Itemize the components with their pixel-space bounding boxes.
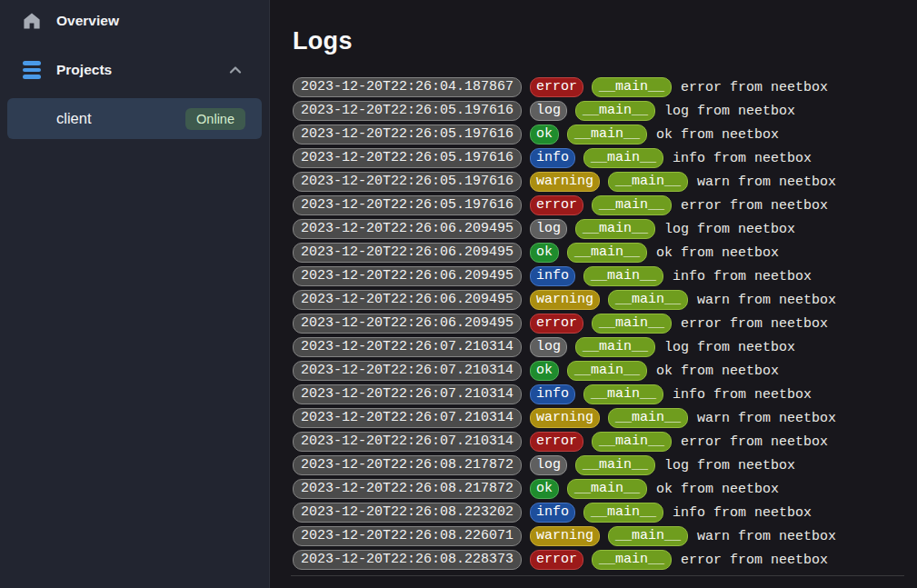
log-row: 2023-12-20T22:26:06.209495 warning __mai…	[293, 290, 904, 310]
sidebar-item-label: Overview	[56, 13, 243, 29]
log-row: 2023-12-20T22:26:07.210314 warning __mai…	[293, 408, 904, 428]
log-message: ok from neetbox	[656, 364, 779, 379]
log-row: 2023-12-20T22:26:06.209495 info __main__…	[293, 266, 904, 286]
log-timestamp: 2023-12-20T22:26:07.210314	[293, 337, 522, 357]
log-message: log from neetbox	[664, 340, 795, 355]
sidebar: Overview Projects client Online	[0, 0, 270, 588]
log-timestamp: 2023-12-20T22:26:08.217872	[293, 479, 522, 499]
log-message: error from neetbox	[681, 80, 828, 95]
log-row: 2023-12-20T22:26:07.210314 info __main__…	[293, 384, 904, 404]
log-row: 2023-12-20T22:26:05.197616 ok __main__ o…	[293, 125, 904, 145]
log-level-badge: warning	[530, 172, 600, 192]
log-level-badge: log	[530, 219, 567, 239]
log-module-badge: __main__	[592, 195, 672, 215]
log-row: 2023-12-20T22:26:07.210314 ok __main__ o…	[293, 361, 904, 381]
log-message: warn from neetbox	[697, 293, 836, 308]
log-row: 2023-12-20T22:26:08.223202 info __main__…	[293, 503, 904, 523]
log-message: warn from neetbox	[697, 174, 836, 190]
log-module-badge: __main__	[575, 455, 655, 475]
log-message: log from neetbox	[664, 458, 795, 473]
page-title: Logs	[293, 27, 904, 55]
log-timestamp: 2023-12-20T22:26:06.209495	[293, 243, 522, 263]
log-level-badge: error	[530, 77, 583, 97]
log-message: warn from neetbox	[697, 529, 836, 544]
log-timestamp: 2023-12-20T22:26:08.226071	[293, 526, 522, 546]
log-message: ok from neetbox	[656, 245, 779, 261]
log-module-badge: __main__	[575, 101, 655, 121]
log-level-badge: log	[530, 455, 567, 475]
log-module-badge: __main__	[608, 290, 688, 310]
log-timestamp: 2023-12-20T22:26:08.228373	[293, 550, 522, 570]
log-module-badge: __main__	[592, 314, 672, 334]
log-timestamp: 2023-12-20T22:26:07.210314	[293, 384, 522, 404]
main-content: Logs 2023-12-20T22:26:04.187867 error __…	[270, 0, 917, 588]
log-module-badge: __main__	[583, 266, 663, 286]
log-message: info from neetbox	[673, 387, 812, 403]
log-row: 2023-12-20T22:26:07.210314 log __main__ …	[293, 337, 904, 357]
log-level-badge: info	[530, 148, 575, 168]
log-list: 2023-12-20T22:26:04.187867 error __main_…	[293, 77, 904, 570]
sidebar-item-overview[interactable]: Overview	[0, 7, 269, 35]
log-module-badge: __main__	[567, 479, 647, 499]
log-message: ok from neetbox	[656, 482, 779, 497]
log-timestamp: 2023-12-20T22:26:07.210314	[293, 361, 522, 381]
log-row: 2023-12-20T22:26:08.226071 warning __mai…	[293, 526, 904, 546]
log-row: 2023-12-20T22:26:05.197616 warning __mai…	[293, 172, 904, 192]
log-message: error from neetbox	[681, 434, 828, 450]
log-message: info from neetbox	[673, 269, 812, 284]
log-timestamp: 2023-12-20T22:26:05.197616	[293, 101, 522, 121]
log-level-badge: error	[530, 550, 583, 570]
log-module-badge: __main__	[583, 384, 663, 404]
log-module-badge: __main__	[575, 219, 655, 239]
log-timestamp: 2023-12-20T22:26:06.209495	[293, 219, 522, 239]
log-row: 2023-12-20T22:26:08.228373 error __main_…	[293, 550, 904, 570]
log-message: ok from neetbox	[656, 127, 779, 143]
log-level-badge: ok	[530, 125, 559, 145]
log-module-badge: __main__	[608, 408, 688, 428]
log-row: 2023-12-20T22:26:06.209495 error __main_…	[293, 314, 904, 334]
log-timestamp: 2023-12-20T22:26:06.209495	[293, 314, 522, 334]
log-timestamp: 2023-12-20T22:26:06.209495	[293, 290, 522, 310]
log-module-badge: __main__	[592, 77, 672, 97]
log-timestamp: 2023-12-20T22:26:04.187867	[293, 77, 522, 97]
log-row: 2023-12-20T22:26:05.197616 info __main__…	[293, 148, 904, 168]
log-module-badge: __main__	[575, 337, 655, 357]
log-message: log from neetbox	[664, 104, 795, 119]
sidebar-item-projects[interactable]: Projects	[0, 56, 269, 84]
log-level-badge: warning	[530, 408, 600, 428]
log-message: log from neetbox	[664, 222, 795, 237]
log-level-badge: ok	[530, 479, 559, 499]
log-message: warn from neetbox	[697, 411, 836, 426]
log-message: error from neetbox	[681, 316, 828, 332]
log-row: 2023-12-20T22:26:08.217872 ok __main__ o…	[293, 479, 904, 499]
log-level-badge: error	[530, 314, 583, 334]
log-timestamp: 2023-12-20T22:26:05.197616	[293, 195, 522, 215]
log-level-badge: info	[530, 266, 575, 286]
list-icon	[23, 61, 41, 79]
log-row: 2023-12-20T22:26:05.197616 error __main_…	[293, 195, 904, 215]
log-timestamp: 2023-12-20T22:26:05.197616	[293, 125, 522, 145]
log-timestamp: 2023-12-20T22:26:06.209495	[293, 266, 522, 286]
log-timestamp: 2023-12-20T22:26:07.210314	[293, 432, 522, 452]
sidebar-item-label: Projects	[56, 62, 228, 78]
log-level-badge: ok	[530, 361, 559, 381]
log-level-badge: info	[530, 384, 575, 404]
sidebar-item-project-client[interactable]: client Online	[7, 98, 262, 139]
log-level-badge: info	[530, 503, 575, 523]
log-level-badge: error	[530, 195, 583, 215]
project-name: client	[56, 110, 92, 127]
log-module-badge: __main__	[608, 526, 688, 546]
log-message: info from neetbox	[673, 505, 812, 521]
log-module-badge: __main__	[567, 125, 647, 145]
log-level-badge: warning	[530, 290, 600, 310]
chevron-up-icon[interactable]	[228, 63, 243, 77]
log-module-badge: __main__	[567, 361, 647, 381]
log-timestamp: 2023-12-20T22:26:05.197616	[293, 148, 522, 168]
log-row: 2023-12-20T22:26:06.209495 log __main__ …	[293, 219, 904, 239]
log-message: error from neetbox	[681, 553, 828, 568]
log-row: 2023-12-20T22:26:06.209495 ok __main__ o…	[293, 243, 904, 263]
log-timestamp: 2023-12-20T22:26:08.217872	[293, 455, 522, 475]
log-module-badge: __main__	[567, 243, 647, 263]
log-row: 2023-12-20T22:26:05.197616 log __main__ …	[293, 101, 904, 121]
log-level-badge: log	[530, 337, 567, 357]
